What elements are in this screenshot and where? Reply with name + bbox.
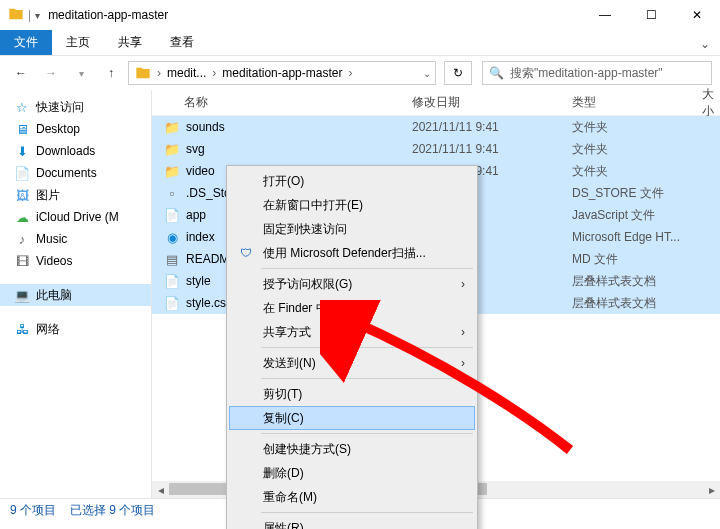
ctx-share-with[interactable]: 共享方式› xyxy=(229,320,475,344)
sidebar-item-label: 网络 xyxy=(36,321,60,338)
file-type: 层叠样式表文档 xyxy=(572,273,702,290)
sidebar-item-videos[interactable]: 🎞 Videos xyxy=(0,250,151,272)
window-title: meditation-app-master xyxy=(48,8,168,22)
status-count: 9 个项目 xyxy=(10,502,56,519)
nav-back-button[interactable]: ← xyxy=(8,60,34,86)
minimize-button[interactable]: — xyxy=(582,0,628,30)
nav-forward-button[interactable]: → xyxy=(38,60,64,86)
chevron-right-icon[interactable]: › xyxy=(155,66,163,80)
ctx-create-shortcut[interactable]: 创建快捷方式(S) xyxy=(229,437,475,461)
sidebar-item-this-pc[interactable]: 💻 此电脑 xyxy=(0,284,151,306)
file-type: 文件夹 xyxy=(572,163,702,180)
file-row[interactable]: 📁svg 2021/11/11 9:41 文件夹 xyxy=(152,138,720,160)
ctx-show-in-finder[interactable]: 在 Finder 中显示 xyxy=(229,296,475,320)
file-type: JavaScript 文件 xyxy=(572,207,702,224)
picture-icon: 🖼 xyxy=(14,187,30,203)
folder-icon: 📁 xyxy=(164,119,180,135)
nav-recent-button[interactable]: ▾ xyxy=(68,60,94,86)
column-name[interactable]: 名称 xyxy=(158,94,412,111)
column-type[interactable]: 类型 xyxy=(572,94,702,111)
video-icon: 🎞 xyxy=(14,253,30,269)
desktop-icon: 🖥 xyxy=(14,121,30,137)
sidebar-item-label: Videos xyxy=(36,254,72,268)
file-date: 2021/11/11 9:41 xyxy=(412,142,572,156)
address-dropdown-icon[interactable]: ⌄ xyxy=(421,68,433,79)
cloud-icon: ☁ xyxy=(14,209,30,225)
qat-separator: | xyxy=(28,8,31,22)
file-name: style xyxy=(186,274,211,288)
file-icon: ▫ xyxy=(164,185,180,201)
breadcrumb-seg[interactable]: medit... xyxy=(163,66,210,80)
chevron-right-icon[interactable]: › xyxy=(346,66,354,80)
css-icon: 📄 xyxy=(164,295,180,311)
file-name: sounds xyxy=(186,120,225,134)
folder-icon: 📁 xyxy=(164,141,180,157)
chevron-right-icon: › xyxy=(461,325,465,339)
sidebar-item-quick-access[interactable]: ☆ 快速访问 xyxy=(0,96,151,118)
music-icon: ♪ xyxy=(14,231,30,247)
sidebar-item-label: Music xyxy=(36,232,67,246)
column-size[interactable]: 大小 xyxy=(702,86,720,120)
scroll-left-button[interactable]: ◂ xyxy=(152,481,169,498)
file-type: 层叠样式表文档 xyxy=(572,295,702,312)
folder-icon xyxy=(135,65,151,81)
ctx-grant-access[interactable]: 授予访问权限(G)› xyxy=(229,272,475,296)
ctx-new-window[interactable]: 在新窗口中打开(E) xyxy=(229,193,475,217)
titlebar-icons: | ▾ xyxy=(8,6,40,25)
column-date[interactable]: 修改日期 xyxy=(412,94,572,111)
sidebar-item-label: 图片 xyxy=(36,187,60,204)
chevron-right-icon[interactable]: › xyxy=(210,66,218,80)
file-name: app xyxy=(186,208,206,222)
sidebar-item-pictures[interactable]: 🖼 图片 xyxy=(0,184,151,206)
sidebar-item-icloud[interactable]: ☁ iCloud Drive (M xyxy=(0,206,151,228)
sidebar-item-music[interactable]: ♪ Music xyxy=(0,228,151,250)
ctx-delete[interactable]: 删除(D) xyxy=(229,461,475,485)
sidebar-item-label: Desktop xyxy=(36,122,80,136)
nav-up-button[interactable]: ↑ xyxy=(98,60,124,86)
breadcrumb-seg[interactable]: meditation-app-master xyxy=(218,66,346,80)
address-bar[interactable]: › medit... › meditation-app-master › ⌄ xyxy=(128,61,436,85)
sidebar-item-label: Documents xyxy=(36,166,97,180)
file-type: 文件夹 xyxy=(572,141,702,158)
folder-icon: 📁 xyxy=(164,163,180,179)
tab-view[interactable]: 查看 xyxy=(156,30,208,55)
sidebar-item-label: iCloud Drive (M xyxy=(36,210,119,224)
ctx-open[interactable]: 打开(O) xyxy=(229,169,475,193)
ctx-pin-quick-access[interactable]: 固定到快速访问 xyxy=(229,217,475,241)
sidebar-item-downloads[interactable]: ⬇ Downloads xyxy=(0,140,151,162)
document-icon: 📄 xyxy=(14,165,30,181)
sidebar-item-label: 此电脑 xyxy=(36,287,72,304)
qat-dropdown-icon[interactable]: ▾ xyxy=(35,10,40,21)
file-name: svg xyxy=(186,142,205,156)
sidebar-item-desktop[interactable]: 🖥 Desktop xyxy=(0,118,151,140)
scroll-right-button[interactable]: ▸ xyxy=(703,481,720,498)
tab-home[interactable]: 主页 xyxy=(52,30,104,55)
file-type: 文件夹 xyxy=(572,119,702,136)
file-row[interactable]: 📁sounds 2021/11/11 9:41 文件夹 xyxy=(152,116,720,138)
tab-share[interactable]: 共享 xyxy=(104,30,156,55)
sidebar-item-documents[interactable]: 📄 Documents xyxy=(0,162,151,184)
sidebar-item-label: 快速访问 xyxy=(36,99,84,116)
ctx-cut[interactable]: 剪切(T) xyxy=(229,382,475,406)
maximize-button[interactable]: ☐ xyxy=(628,0,674,30)
chevron-right-icon: › xyxy=(461,356,465,370)
ctx-properties[interactable]: 属性(R) xyxy=(229,516,475,529)
search-placeholder: 搜索"meditation-app-master" xyxy=(510,65,663,82)
ctx-copy[interactable]: 复制(C) xyxy=(229,406,475,430)
ctx-rename[interactable]: 重命名(M) xyxy=(229,485,475,509)
close-button[interactable]: ✕ xyxy=(674,0,720,30)
ribbon-expand-button[interactable]: ⌄ xyxy=(690,33,720,55)
context-menu: 打开(O) 在新窗口中打开(E) 固定到快速访问 🛡使用 Microsoft D… xyxy=(226,165,478,529)
shield-icon: 🛡 xyxy=(237,246,255,260)
ctx-send-to[interactable]: 发送到(N)› xyxy=(229,351,475,375)
refresh-button[interactable]: ↻ xyxy=(444,61,472,85)
network-icon: 🖧 xyxy=(14,321,30,337)
css-icon: 📄 xyxy=(164,273,180,289)
tab-file[interactable]: 文件 xyxy=(0,30,52,55)
sidebar: ☆ 快速访问 🖥 Desktop ⬇ Downloads 📄 Documents… xyxy=(0,90,152,498)
sidebar-item-network[interactable]: 🖧 网络 xyxy=(0,318,151,340)
ctx-defender-scan[interactable]: 🛡使用 Microsoft Defender扫描... xyxy=(229,241,475,265)
file-name: video xyxy=(186,164,215,178)
file-type: DS_STORE 文件 xyxy=(572,185,702,202)
search-box[interactable]: 🔍 搜索"meditation-app-master" xyxy=(482,61,712,85)
